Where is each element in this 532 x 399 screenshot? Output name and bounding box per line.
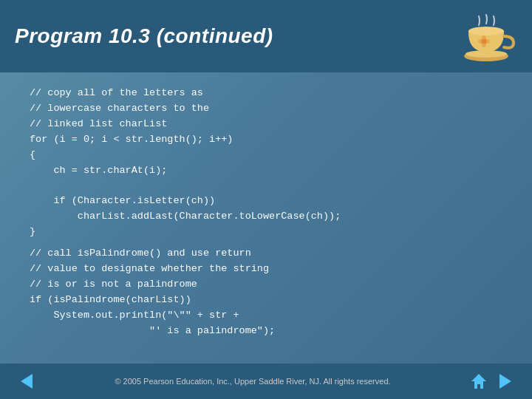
title-bar: Program 10.3 (continued)	[0, 0, 532, 72]
content-area: // copy all of the letters as // lowerca…	[0, 72, 532, 364]
next-button[interactable]	[494, 369, 517, 393]
coffee-cup-image	[458, 10, 517, 62]
svg-marker-8	[21, 374, 33, 389]
code-section-1: // copy all of the letters as // lowerca…	[30, 86, 502, 240]
svg-point-7	[482, 43, 486, 47]
svg-marker-9	[471, 374, 486, 389]
svg-point-6	[485, 39, 490, 44]
code-text-2: // call isPalindrome() and use return //…	[30, 246, 502, 339]
code-section-2: // call isPalindrome() and use return //…	[30, 246, 502, 339]
footer: © 2005 Pearson Education, Inc., Upper Sa…	[0, 364, 532, 399]
svg-marker-10	[499, 374, 511, 389]
svg-point-4	[482, 35, 486, 40]
svg-point-5	[478, 39, 482, 44]
nav-left	[15, 369, 38, 393]
prev-button[interactable]	[15, 369, 38, 393]
nav-right	[467, 369, 517, 393]
slide: Program 10.3 (continued)	[0, 0, 532, 399]
home-button[interactable]	[467, 369, 491, 393]
slide-title: Program 10.3 (continued)	[15, 24, 273, 48]
svg-point-2	[468, 27, 504, 35]
code-text-1: // copy all of the letters as // lowerca…	[30, 86, 502, 240]
copyright-text: © 2005 Pearson Education, Inc., Upper Sa…	[38, 377, 467, 386]
